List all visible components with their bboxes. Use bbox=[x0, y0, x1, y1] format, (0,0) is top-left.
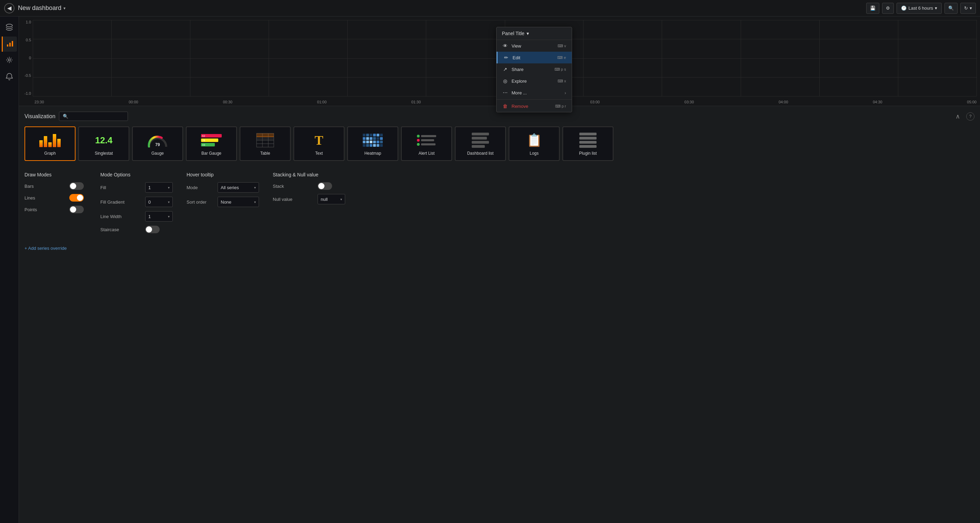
fill-caret-icon: ▾ bbox=[168, 186, 170, 190]
viz-item-logs[interactable]: 📋 Logs bbox=[509, 127, 560, 161]
svg-rect-1 bbox=[7, 44, 8, 46]
viz-grid: Graph 12.4 Singlestat bbox=[24, 127, 974, 161]
bars-toggle[interactable] bbox=[69, 182, 84, 190]
text-icon: T bbox=[315, 132, 323, 149]
hover-tooltip-group: Hover tooltip Mode All series ▾ Sort ord… bbox=[186, 172, 259, 238]
dashboard-title[interactable]: New dashboard ▾ bbox=[18, 5, 65, 12]
logs-label: Logs bbox=[530, 151, 539, 156]
viz-item-gauge[interactable]: 79 Gauge bbox=[132, 127, 183, 161]
graph-icon bbox=[39, 132, 61, 149]
add-series-override-button[interactable]: + Add series override bbox=[19, 243, 980, 254]
header-actions: 💾 ⚙ 🕐 Last 6 hours ▾ 🔍 ↻ ▾ bbox=[866, 3, 976, 14]
sidebar-item-chart[interactable] bbox=[2, 36, 17, 52]
svg-rect-2 bbox=[9, 43, 11, 46]
context-menu-remove[interactable]: 🗑 Remove ⌨ p r bbox=[496, 100, 572, 112]
viz-item-heatmap[interactable]: Heatmap bbox=[347, 127, 398, 161]
null-value-label: Null value bbox=[273, 197, 314, 202]
viz-item-text[interactable]: T Text bbox=[293, 127, 344, 161]
stack-toggle[interactable] bbox=[318, 182, 332, 190]
remove-label: Remove bbox=[512, 104, 528, 109]
search-button[interactable]: 🔍 bbox=[945, 3, 958, 14]
viz-title: Visualization bbox=[24, 113, 56, 120]
staircase-toggle[interactable] bbox=[145, 226, 160, 233]
sidebar-item-alerts[interactable] bbox=[2, 70, 17, 85]
bargauge-label: Bar Gauge bbox=[201, 151, 221, 156]
tooltip-mode-caret-icon: ▾ bbox=[254, 186, 256, 190]
sidebar-item-settings[interactable] bbox=[2, 53, 17, 68]
refresh-caret: ▾ bbox=[970, 6, 972, 11]
context-menu-view[interactable]: 👁 View ⌨ v bbox=[496, 40, 572, 52]
alertlist-label: Alert List bbox=[418, 151, 435, 156]
context-menu-edit[interactable]: ✏ Edit ⌨ e bbox=[496, 52, 572, 63]
line-width-select[interactable]: 1 ▾ bbox=[145, 211, 173, 222]
context-menu-more[interactable]: ⋯ More ... › bbox=[496, 87, 572, 98]
null-value-select[interactable]: null ▾ bbox=[318, 194, 345, 204]
bargauge-icon: 62 76 43 bbox=[201, 132, 222, 149]
gauge-icon: 79 bbox=[147, 132, 168, 149]
fill-option: Fill 1 ▾ bbox=[100, 182, 173, 193]
add-series-label: + Add series override bbox=[24, 246, 67, 251]
stacking-group: Stacking & Null value Stack Null value n… bbox=[273, 172, 345, 238]
viz-collapse-button[interactable]: ∧ bbox=[956, 113, 960, 120]
time-range-label: Last 6 hours bbox=[908, 6, 933, 11]
time-range-caret: ▾ bbox=[935, 6, 937, 11]
panel-title-text: Panel Title bbox=[502, 31, 525, 36]
fill-gradient-caret-icon: ▾ bbox=[168, 200, 170, 204]
viz-item-bargauge[interactable]: 62 76 43 Bar Gauge bbox=[186, 127, 237, 161]
sidebar-item-layers[interactable] bbox=[2, 20, 17, 35]
viz-search-input[interactable] bbox=[59, 112, 128, 121]
context-menu-share[interactable]: ↗ Share ⌨ p s bbox=[496, 63, 572, 75]
text-label: Text bbox=[315, 151, 323, 156]
gear-icon bbox=[6, 56, 13, 65]
singlestat-label: Singlestat bbox=[95, 151, 113, 156]
alertlist-icon bbox=[417, 132, 436, 149]
time-range-button[interactable]: 🕐 Last 6 hours ▾ bbox=[897, 3, 942, 14]
back-button[interactable]: ◀ bbox=[4, 3, 14, 13]
fill-value: 1 bbox=[148, 185, 151, 190]
viz-item-pluginlist[interactable]: Plugin list bbox=[562, 127, 613, 161]
stack-label: Stack bbox=[273, 184, 314, 189]
refresh-button[interactable]: ↻ ▾ bbox=[960, 3, 976, 14]
fill-gradient-value: 0 bbox=[148, 200, 151, 204]
pluginlist-icon bbox=[579, 132, 597, 149]
graph-area: 1.0 0.5 0 -0.5 -1.0 bbox=[19, 17, 980, 106]
fill-gradient-option: Fill Gradient 0 ▾ bbox=[100, 197, 173, 207]
viz-item-alertlist[interactable]: Alert List bbox=[401, 127, 452, 161]
panel-title-caret: ▾ bbox=[527, 31, 529, 36]
explore-shortcut: ⌨ x bbox=[558, 79, 566, 83]
edit-shortcut: ⌨ e bbox=[557, 55, 566, 60]
tooltip-mode-select[interactable]: All series ▾ bbox=[218, 182, 259, 193]
edit-icon: ✏ bbox=[503, 55, 509, 60]
viz-item-dashlist[interactable]: Dashboard list bbox=[455, 127, 506, 161]
points-option: Points bbox=[24, 206, 87, 213]
help-icon: ? bbox=[969, 114, 972, 119]
sort-order-value: None bbox=[221, 200, 231, 204]
viz-item-graph[interactable]: Graph bbox=[24, 127, 76, 161]
save-dashboard-button[interactable]: 💾 bbox=[866, 3, 879, 14]
view-icon: 👁 bbox=[502, 43, 508, 49]
lines-toggle[interactable] bbox=[69, 194, 84, 201]
sort-order-label: Sort order bbox=[186, 200, 214, 204]
menu-divider bbox=[496, 99, 572, 100]
sort-order-select[interactable]: None ▾ bbox=[218, 197, 259, 207]
heatmap-label: Heatmap bbox=[364, 151, 381, 156]
dashboard-name: New dashboard bbox=[18, 5, 61, 12]
bottom-panel: Visualization ∧ ? bbox=[19, 106, 980, 523]
viz-help-button[interactable]: ? bbox=[966, 113, 974, 120]
view-label: View bbox=[512, 43, 521, 49]
viz-item-table[interactable]: Table bbox=[240, 127, 291, 161]
settings-button[interactable]: ⚙ bbox=[882, 3, 894, 14]
svg-rect-3 bbox=[12, 41, 13, 46]
viz-item-singlestat[interactable]: 12.4 Singlestat bbox=[78, 127, 129, 161]
refresh-icon: ↻ bbox=[964, 6, 968, 11]
context-menu-title: Panel Title ▾ bbox=[496, 27, 572, 40]
fill-gradient-select[interactable]: 0 ▾ bbox=[145, 197, 173, 207]
fill-select[interactable]: 1 ▾ bbox=[145, 182, 173, 193]
chart-icon bbox=[6, 40, 14, 49]
line-width-caret-icon: ▾ bbox=[168, 215, 170, 219]
tooltip-mode-option: Mode All series ▾ bbox=[186, 182, 259, 193]
null-value-option: Null value null ▾ bbox=[273, 194, 345, 204]
points-toggle[interactable] bbox=[69, 206, 84, 213]
context-menu-explore[interactable]: ◎ Explore ⌨ x bbox=[496, 75, 572, 87]
fill-gradient-label: Fill Gradient bbox=[100, 200, 142, 204]
